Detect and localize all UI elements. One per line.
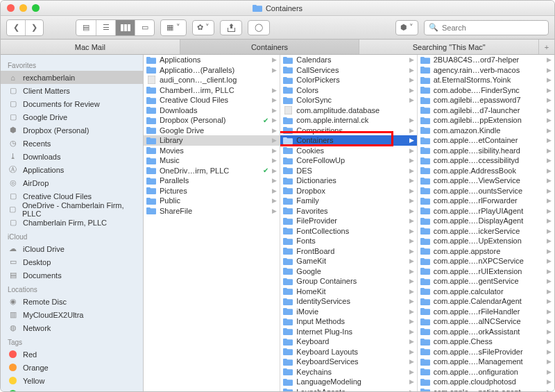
sidebar-item[interactable]: ▢Documents for Review xyxy=(1,97,143,110)
file-row[interactable]: IdentityServices▶ xyxy=(280,296,416,307)
sidebar-item[interactable]: Orange xyxy=(1,361,143,374)
file-row[interactable]: com.apple.Chess▶ xyxy=(418,336,554,347)
search-field[interactable]: 🔍 xyxy=(424,20,549,35)
file-row[interactable]: Applicatio…(Parallels)▶ xyxy=(144,65,280,76)
file-row[interactable]: com.amplitude.database xyxy=(280,105,416,116)
file-row[interactable]: Creative Cloud Files▶ xyxy=(144,95,280,105)
search-input[interactable] xyxy=(442,24,544,32)
file-row[interactable]: Keyboard Layouts▶ xyxy=(280,347,416,357)
file-row[interactable]: Keychains▶ xyxy=(280,367,416,377)
file-row[interactable]: Music▶ xyxy=(144,155,280,166)
file-row[interactable]: com.apple.…alNCService▶ xyxy=(418,316,554,327)
file-row[interactable]: Library▶ xyxy=(144,135,280,146)
dropbox-button[interactable]: ⬢ ˅ xyxy=(395,20,418,35)
file-row[interactable]: Colors▶ xyxy=(280,85,416,96)
sidebar-item[interactable]: ⬢Dropbox (Personal) xyxy=(1,123,143,137)
sidebar-item[interactable]: ⒶApplications xyxy=(1,163,143,176)
file-row[interactable]: com.apple.…ccessibilityd▶ xyxy=(418,155,554,166)
file-row[interactable]: Downloads▶ xyxy=(144,105,280,116)
file-row[interactable]: com.apple.cloudphotosd▶ xyxy=(418,377,554,387)
file-row[interactable]: at.EternalStorms.Yoink▶ xyxy=(418,75,554,85)
file-row[interactable]: DES▶ xyxy=(280,166,416,176)
file-row[interactable]: FileProvider▶ xyxy=(280,216,416,226)
file-row[interactable]: Favorites▶ xyxy=(280,206,416,216)
file-row[interactable]: Applications▶ xyxy=(144,55,280,65)
sidebar-item[interactable]: ▢Google Drive xyxy=(1,110,143,123)
sidebar-item[interactable]: ⤓Downloads xyxy=(1,150,143,163)
file-row[interactable]: com.agilebi…ppExtension▶ xyxy=(418,115,554,126)
sidebar-item[interactable]: Yellow xyxy=(1,374,143,387)
file-row[interactable]: com.apple.…DisplayAgent▶ xyxy=(418,216,554,226)
tags-button[interactable]: ◯ xyxy=(248,20,270,35)
file-row[interactable]: com.apple.…rFileHandler▶ xyxy=(418,307,554,317)
share-button[interactable] xyxy=(220,20,242,35)
sidebar-item[interactable]: ☁iCloud Drive xyxy=(1,242,143,255)
sidebar-item[interactable]: Red xyxy=(1,348,143,361)
file-row[interactable]: Parallels▶ xyxy=(144,176,280,186)
file-row[interactable]: com.apple.…ountsService▶ xyxy=(418,186,554,196)
file-row[interactable]: Input Methods▶ xyxy=(280,316,416,327)
file-row[interactable]: KeyboardServices▶ xyxy=(280,357,416,367)
arrange-button[interactable]: ▦ ˅ xyxy=(161,20,186,35)
file-row[interactable]: com.apple.…nXPCService▶ xyxy=(418,256,554,266)
file-row[interactable]: Movies▶ xyxy=(144,146,280,156)
view-gallery-icon[interactable]: ▭ xyxy=(135,20,154,35)
file-row[interactable]: com.apple.…sFileProvider▶ xyxy=(418,347,554,357)
sidebar-item[interactable]: ▭Desktop xyxy=(1,255,143,269)
file-row[interactable]: com.apple.internal.ck▶ xyxy=(280,115,416,126)
file-row[interactable]: com.apple.…rlForwarder▶ xyxy=(418,196,554,206)
file-row[interactable]: Chamberl…irm, PLLC▶ xyxy=(144,85,280,96)
file-row[interactable]: com.apple.…rUIExtension▶ xyxy=(418,266,554,277)
view-column-icon[interactable] xyxy=(115,20,135,35)
file-row[interactable]: agency.rain…verb-macos▶ xyxy=(418,65,554,76)
file-row[interactable]: com.apple.…ViewService▶ xyxy=(418,176,554,186)
file-row[interactable]: com.apple.…gentService▶ xyxy=(418,276,554,287)
file-row[interactable]: com.apple.…rPlayUIAgent▶ xyxy=(418,206,554,216)
file-row[interactable]: FrontBoard▶ xyxy=(280,246,416,257)
file-row[interactable]: Family▶ xyxy=(280,196,416,206)
file-row[interactable]: Pictures▶ xyxy=(144,186,280,196)
file-row[interactable]: HomeKit▶ xyxy=(280,287,416,297)
file-row[interactable]: com.amazon.Kindle▶ xyxy=(418,126,554,136)
sidebar-item[interactable]: ⌂rexchamberlain xyxy=(1,71,143,84)
tab-2[interactable]: Searching "This Mac" xyxy=(359,40,539,54)
file-row[interactable]: com.apple.…ickerService▶ xyxy=(418,226,554,237)
file-row[interactable]: Internet Plug-Ins▶ xyxy=(280,327,416,337)
back-button[interactable]: ❮ xyxy=(7,20,25,35)
file-row[interactable]: com.apple.…orkAssistant▶ xyxy=(418,327,554,337)
action-button[interactable]: ✿ ˅ xyxy=(192,20,214,35)
new-tab-button[interactable]: + xyxy=(539,40,554,54)
sidebar-item[interactable]: ▥MyCloudEX2Ultra xyxy=(1,308,143,321)
file-row[interactable]: audi_conn…_client.log xyxy=(144,75,280,85)
file-row[interactable]: Compositions▶ xyxy=(280,126,416,136)
forward-button[interactable]: ❯ xyxy=(25,20,43,35)
sidebar-item[interactable]: ◷Recents xyxy=(1,137,143,150)
file-row[interactable]: iMovie▶ xyxy=(280,307,416,317)
file-row[interactable]: ColorSync▶ xyxy=(280,95,416,105)
file-row[interactable]: com.apple.…nation-agent▶ xyxy=(418,387,554,392)
file-row[interactable]: GameKit▶ xyxy=(280,256,416,266)
file-row[interactable]: Cookies▶ xyxy=(280,146,416,156)
tab-1[interactable]: Containers xyxy=(180,40,360,54)
sidebar-item[interactable]: ▢Client Matters xyxy=(1,84,143,97)
file-row[interactable]: Public▶ xyxy=(144,196,280,206)
file-row[interactable]: com.apple.AddressBook▶ xyxy=(418,166,554,176)
file-row[interactable]: 2BUA8C4S…ord7-helper▶ xyxy=(418,55,554,65)
file-row[interactable]: Dropbox (Personal)✔▶ xyxy=(144,115,280,126)
file-row[interactable]: com.apple.…etContainer▶ xyxy=(418,135,554,146)
sidebar-item[interactable]: ▢OneDrive - Chamberlain Firm, PLLC xyxy=(1,203,143,216)
file-row[interactable]: com.apple.…onfiguration▶ xyxy=(418,367,554,377)
file-row[interactable]: Calendars▶ xyxy=(280,55,416,65)
file-row[interactable]: com.apple.appstore▶ xyxy=(418,246,554,257)
file-row[interactable]: Google▶ xyxy=(280,266,416,277)
file-row[interactable]: ColorPickers▶ xyxy=(280,75,416,85)
file-row[interactable]: LanguageModeling▶ xyxy=(280,377,416,387)
file-row[interactable]: ShareFile▶ xyxy=(144,206,280,216)
sidebar-item[interactable]: Green xyxy=(1,387,143,391)
file-row[interactable]: LaunchAgents▶ xyxy=(280,387,416,392)
file-row[interactable]: OneDriv…irm, PLLC✔▶ xyxy=(144,166,280,176)
file-row[interactable]: Dropbox▶ xyxy=(280,186,416,196)
sidebar-item[interactable]: ◍Network xyxy=(1,321,143,334)
file-row[interactable]: CallServices▶ xyxy=(280,65,416,76)
file-row[interactable]: com.apple.…Management▶ xyxy=(418,357,554,367)
